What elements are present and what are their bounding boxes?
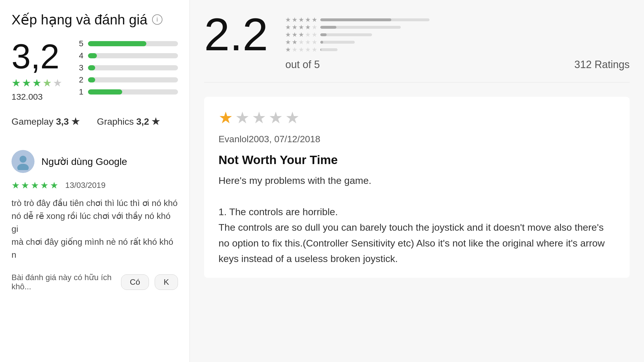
review-body-line: The controls are so dull you can barely … — [218, 219, 615, 266]
dist-bar-fill — [320, 33, 327, 36]
rev-star-1: ★ — [12, 180, 20, 190]
dist-bar-track — [320, 26, 401, 29]
dist-star: ★ — [305, 24, 311, 31]
dist-stars: ★★★★★ — [285, 24, 317, 31]
bar-label: 3 — [76, 63, 83, 72]
dist-star: ★ — [292, 31, 298, 38]
bar-fill — [88, 53, 97, 58]
bar-label: 1 — [76, 87, 83, 97]
dist-star: ★ — [292, 46, 298, 53]
dist-star: ★ — [285, 31, 291, 38]
section-title: Xếp hạng và đánh giá i — [12, 11, 178, 28]
rev-star-2: ★ — [21, 180, 29, 190]
review-date: 13/03/2019 — [65, 181, 106, 190]
bar-row-2: 2 — [76, 75, 178, 84]
rev-star-4: ★ — [40, 180, 49, 190]
dist-star: ★ — [312, 46, 317, 53]
rstar-2: ★ — [235, 108, 250, 127]
bar-fill — [88, 89, 122, 95]
bar-track — [88, 53, 178, 58]
dist-bar-fill — [320, 18, 391, 21]
review-line: trò trò đây đầu tiên chơi thì lúc thì ơi… — [12, 197, 178, 209]
rstar-1: ★ — [218, 108, 233, 127]
review-meta: ★ ★ ★ ★ ★ 13/03/2019 — [12, 180, 178, 191]
right-panel: 2.2 ★★★★★ ★★★★★ ★★★★★ ★★★★★ ★★★★★ out of… — [190, 0, 644, 362]
review-line: nó dễ rẽ xong rồi lúc chơi với thầy nó k… — [12, 209, 178, 235]
review-body-line: 1. The controls are horrible. — [218, 204, 615, 219]
star-2: ★ — [22, 77, 31, 89]
review-text: trò trò đây đầu tiên chơi thì lúc thì ơi… — [12, 197, 178, 261]
dist-star: ★ — [305, 46, 311, 53]
review-right: ★ ★ ★ ★ ★ Evanlol2003, 07/12/2018 Not Wo… — [204, 97, 630, 278]
big-rating: 3,2 — [12, 39, 62, 74]
bar-row-1: 1 — [76, 87, 178, 97]
rating-overview: 3,2 ★ ★ ★ ★ ★ 132.003 5 4 3 — [12, 39, 178, 102]
rating-count: 132.003 — [12, 92, 62, 102]
left-panel: Xếp hạng và đánh giá i 3,2 ★ ★ ★ ★ ★ 132… — [0, 0, 190, 362]
dist-star: ★ — [298, 46, 304, 53]
dist-star: ★ — [285, 24, 291, 31]
dist-bar-fill — [320, 41, 323, 44]
subcategories: Gameplay 3,3 ★Graphics 3,2 ★ — [12, 116, 178, 127]
star-3: ★ — [32, 77, 41, 89]
bar-track — [88, 89, 178, 95]
rev-star-5: ★ — [50, 180, 58, 190]
bar-fill — [88, 77, 95, 82]
review-body-line: Here's my problems with the game. — [218, 173, 615, 188]
helpful-yes-button[interactable]: Có — [121, 274, 149, 290]
rstar-5: ★ — [285, 108, 300, 127]
rev-star-3: ★ — [31, 180, 39, 190]
bar-label: 4 — [76, 51, 83, 60]
dist-bar-track — [320, 48, 338, 51]
dist-stars: ★★★★★ — [285, 46, 317, 53]
rstar-3: ★ — [252, 108, 266, 127]
dist-row-2: ★★★★★ — [285, 38, 430, 46]
section-title-text: Xếp hạng và đánh giá — [12, 11, 147, 28]
dist-bar-track — [320, 18, 430, 21]
dist-star: ★ — [292, 38, 298, 46]
dist-star: ★ — [285, 16, 291, 24]
helpful-label: Bài đánh giá này có hữu ích khô... — [12, 273, 115, 291]
dist-rows: ★★★★★ ★★★★★ ★★★★★ ★★★★★ ★★★★★ — [285, 16, 430, 53]
star-5: ★ — [53, 77, 62, 89]
right-big-score: 2.2 — [204, 11, 268, 57]
star-4: ★ — [43, 77, 52, 89]
bars-section: 5 4 3 2 1 — [76, 39, 178, 99]
info-icon[interactable]: i — [152, 14, 162, 25]
bar-row-4: 4 — [76, 51, 178, 60]
dist-star: ★ — [305, 38, 311, 46]
bar-fill — [88, 41, 146, 46]
left-stars: ★ ★ ★ ★ ★ — [12, 77, 62, 89]
review-stars: ★ ★ ★ ★ ★ — [12, 180, 58, 191]
reviewer-name: Người dùng Google — [41, 156, 127, 167]
out-of: out of 5 — [285, 59, 430, 71]
dist-star: ★ — [312, 24, 317, 31]
dist-star: ★ — [305, 16, 311, 24]
star-1: ★ — [12, 77, 21, 89]
dist-star: ★ — [285, 46, 291, 53]
dist-star: ★ — [312, 38, 317, 46]
dist-star: ★ — [298, 31, 304, 38]
dist-row-4: ★★★★★ — [285, 24, 430, 31]
dist-row-1: ★★★★★ — [285, 46, 430, 53]
helpful-row: Bài đánh giá này có hữu ích khô... Có K — [12, 273, 178, 291]
svg-point-0 — [20, 156, 26, 163]
dist-stars: ★★★★★ — [285, 38, 317, 46]
dist-bar-fill — [320, 26, 336, 29]
review-line: mà chơi đây giống mình nè nó rất khó khó… — [12, 235, 178, 261]
dist-bar-track — [320, 33, 372, 36]
dist-star: ★ — [298, 16, 304, 24]
dist-star: ★ — [285, 38, 291, 46]
rstar-4: ★ — [269, 108, 283, 127]
bar-track — [88, 65, 178, 70]
dist-stars: ★★★★★ — [285, 31, 317, 38]
dist-star: ★ — [312, 31, 317, 38]
dist-row-3: ★★★★★ — [285, 31, 430, 38]
bar-label: 5 — [76, 39, 83, 48]
bar-track — [88, 77, 178, 82]
bar-label: 2 — [76, 75, 83, 84]
helpful-no-button[interactable]: K — [155, 274, 178, 290]
dist-star: ★ — [305, 31, 311, 38]
subcat-gameplay: Gameplay 3,3 ★ — [12, 116, 80, 127]
dist-bar-fill — [320, 48, 321, 51]
